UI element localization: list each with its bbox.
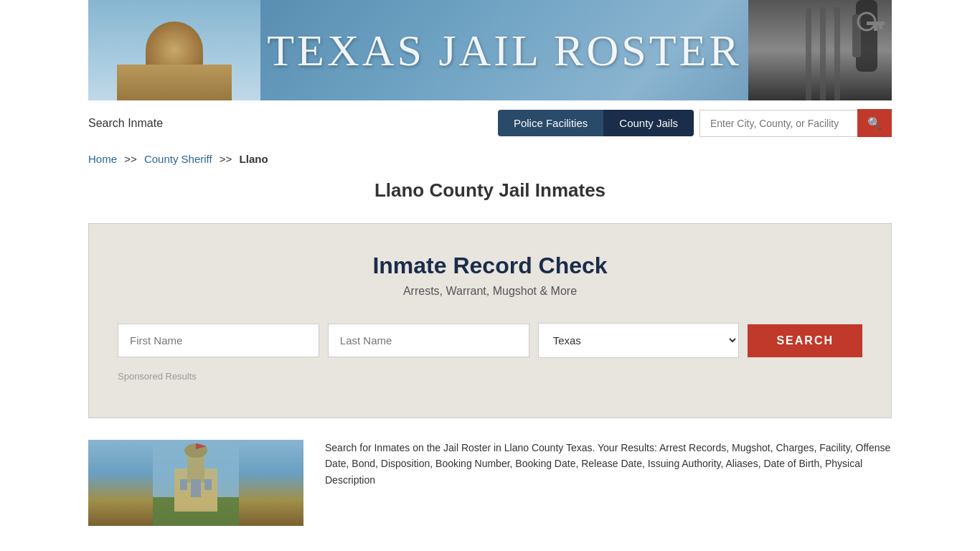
record-check-subtitle: Arrests, Warrant, Mugshot & More [118, 285, 862, 298]
nav-bar: Search Inmate Police Facilities County J… [88, 100, 892, 146]
svg-rect-4 [874, 25, 877, 31]
county-jails-button[interactable]: County Jails [603, 110, 694, 136]
bottom-description: Search for Inmates on the Jail Roster in… [325, 440, 892, 526]
site-title: Texas Jail Roster [267, 25, 742, 76]
police-facilities-button[interactable]: Police Facilities [498, 110, 603, 136]
record-check-title: Inmate Record Check [118, 253, 862, 279]
bottom-courthouse-image [88, 440, 303, 526]
breadcrumb-sep1: >> [124, 153, 137, 165]
svg-rect-3 [867, 22, 885, 25]
svg-rect-16 [191, 479, 201, 497]
sponsored-results-label: Sponsored Results [118, 371, 862, 382]
inmate-search-button[interactable]: SEARCH [748, 324, 862, 357]
svg-rect-14 [180, 479, 187, 490]
svg-rect-8 [834, 7, 840, 100]
breadcrumb: Home >> County Sheriff >> Llano [88, 146, 892, 179]
record-check-box: Inmate Record Check Arrests, Warrant, Mu… [88, 223, 892, 418]
svg-rect-15 [204, 479, 212, 490]
breadcrumb-current: Llano [240, 153, 268, 165]
svg-rect-1 [852, 14, 861, 57]
page-title: Llano County Jail Inmates [86, 179, 894, 202]
first-name-input[interactable] [118, 324, 319, 357]
header-left-image [88, 0, 260, 100]
header-banner: Texas Jail Roster [88, 0, 892, 100]
breadcrumb-sep2: >> [220, 153, 232, 165]
header-right-image [748, 0, 892, 100]
search-inmate-label: Search Inmate [88, 117, 163, 130]
breadcrumb-home[interactable]: Home [88, 153, 117, 165]
facility-search-input[interactable] [699, 110, 857, 137]
svg-rect-6 [806, 7, 811, 100]
svg-rect-5 [879, 25, 882, 29]
breadcrumb-county-sheriff[interactable]: County Sheriff [144, 153, 212, 165]
svg-rect-7 [820, 7, 826, 100]
facility-search-button[interactable]: 🔍 [857, 109, 892, 137]
state-select[interactable]: AlabamaAlaskaArizonaArkansasCaliforniaCo… [538, 323, 740, 358]
last-name-input[interactable] [328, 324, 529, 357]
search-icon: 🔍 [867, 116, 882, 130]
